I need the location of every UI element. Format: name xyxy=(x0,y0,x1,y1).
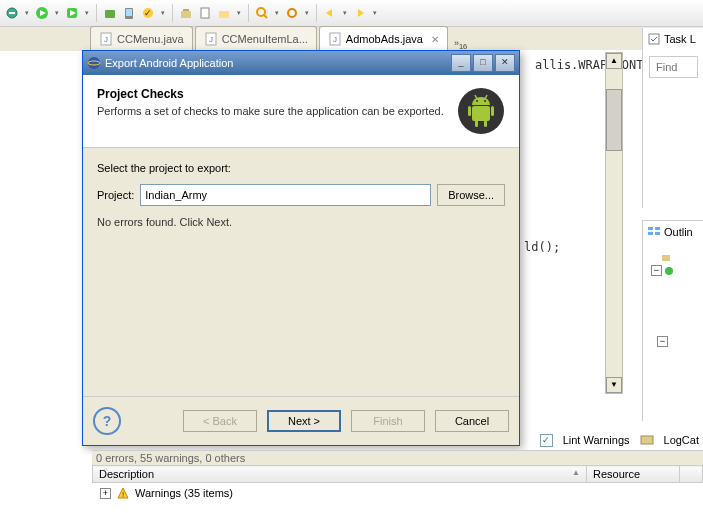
dropdown-icon[interactable]: ▾ xyxy=(341,7,349,19)
svg-point-17 xyxy=(288,9,296,17)
dropdown-icon[interactable]: ▾ xyxy=(371,7,379,19)
dropdown-icon[interactable]: ▾ xyxy=(159,7,167,19)
collapse-icon[interactable]: − xyxy=(657,336,668,347)
problems-panel: ✓ Lint Warnings LogCat 0 errors, 55 warn… xyxy=(92,450,703,513)
status-text: No errors found. Click Next. xyxy=(97,216,505,228)
outline-header: Outlin xyxy=(643,221,703,243)
close-icon[interactable]: ✕ xyxy=(431,34,439,45)
dialog-titlebar[interactable]: Export Android Application _ □ ✕ xyxy=(83,51,519,75)
debug-icon[interactable] xyxy=(4,5,20,21)
svg-point-44 xyxy=(484,100,486,102)
svg-rect-13 xyxy=(201,8,209,18)
tab-admobads[interactable]: J AdmobAds.java ✕ xyxy=(319,26,448,51)
row-label: Warnings (35 items) xyxy=(135,487,233,499)
new-class-icon[interactable] xyxy=(197,5,213,21)
scroll-down-icon[interactable]: ▼ xyxy=(606,377,622,393)
dialog-header: Project Checks Performs a set of checks … xyxy=(83,75,519,148)
search-icon[interactable] xyxy=(254,5,270,21)
tab-label: CCMenu.java xyxy=(117,33,184,45)
col-description[interactable]: Description ▲ xyxy=(93,466,587,483)
svg-point-32 xyxy=(665,267,673,275)
svg-rect-40 xyxy=(484,120,487,127)
outline-tree[interactable]: − − xyxy=(643,243,703,357)
problems-table: Description ▲ Resource xyxy=(92,465,703,483)
annotation-icon[interactable] xyxy=(284,5,300,21)
tab-label: AdmobAds.java xyxy=(346,33,423,45)
tab-ccmenuitem[interactable]: J CCMenuItemLa... xyxy=(195,26,317,51)
new-package-icon[interactable] xyxy=(178,5,194,21)
table-row[interactable]: + ! Warnings (35 items) xyxy=(92,483,703,503)
browse-button[interactable]: Browse... xyxy=(437,184,505,206)
lint-warnings-tab[interactable]: Lint Warnings xyxy=(563,434,630,446)
svg-marker-18 xyxy=(326,9,332,17)
run-icon[interactable] xyxy=(34,5,50,21)
open-type-icon[interactable] xyxy=(216,5,232,21)
next-button[interactable]: Next > xyxy=(267,410,341,432)
svg-rect-39 xyxy=(475,120,478,127)
project-input[interactable] xyxy=(140,184,431,206)
svg-line-16 xyxy=(264,15,267,18)
back-icon[interactable] xyxy=(322,5,338,21)
expand-icon[interactable]: + xyxy=(100,488,111,499)
finish-button: Finish xyxy=(351,410,425,432)
col-resource[interactable]: Resource xyxy=(587,466,680,483)
tab-ccmenu[interactable]: J CCMenu.java xyxy=(90,26,193,51)
dropdown-icon[interactable]: ▾ xyxy=(83,7,91,19)
svg-rect-26 xyxy=(649,34,659,44)
svg-rect-11 xyxy=(181,11,191,18)
dialog-heading: Project Checks xyxy=(97,87,444,101)
java-file-icon: J xyxy=(99,32,113,46)
vertical-scrollbar[interactable]: ▲ ▼ xyxy=(605,52,623,394)
svg-rect-14 xyxy=(219,11,229,18)
cancel-button[interactable]: Cancel xyxy=(435,410,509,432)
collapse-icon[interactable]: − xyxy=(651,265,662,276)
svg-rect-30 xyxy=(655,232,660,235)
dialog-footer: ? < Back Next > Finish Cancel xyxy=(83,396,519,445)
scroll-up-icon[interactable]: ▲ xyxy=(606,53,622,69)
svg-point-15 xyxy=(257,8,265,16)
logcat-icon xyxy=(640,433,654,447)
logcat-tab[interactable]: LogCat xyxy=(664,434,699,446)
tab-label: CCMenuItemLa... xyxy=(222,33,308,45)
class-icon xyxy=(664,266,674,276)
scrollbar-thumb[interactable] xyxy=(606,89,622,151)
find-input[interactable] xyxy=(649,56,698,78)
problems-summary: 0 errors, 55 warnings, 0 others xyxy=(92,451,703,465)
outline-panel: Outlin − − xyxy=(642,220,703,421)
dropdown-icon[interactable]: ▾ xyxy=(235,7,243,19)
close-button[interactable]: ✕ xyxy=(495,54,515,72)
code-fragment: allis.WRAP_CONT xyxy=(535,58,643,72)
dialog-title: Export Android Application xyxy=(105,57,233,69)
select-project-label: Select the project to export: xyxy=(97,162,505,174)
checkbox-icon[interactable]: ✓ xyxy=(540,434,553,447)
svg-rect-37 xyxy=(468,106,471,116)
dialog-subheading: Performs a set of checks to make sure th… xyxy=(97,105,444,117)
maximize-button[interactable]: □ xyxy=(473,54,493,72)
svg-rect-36 xyxy=(472,106,490,121)
run-last-icon[interactable] xyxy=(64,5,80,21)
svg-rect-28 xyxy=(648,232,653,235)
dropdown-icon[interactable]: ▾ xyxy=(273,7,281,19)
svg-text:!: ! xyxy=(122,490,124,499)
task-icon xyxy=(647,32,661,46)
svg-rect-31 xyxy=(662,255,670,261)
help-icon[interactable]: ? xyxy=(93,407,121,435)
svg-rect-6 xyxy=(105,10,115,18)
java-file-icon: J xyxy=(328,32,342,46)
svg-text:✓: ✓ xyxy=(144,8,152,18)
dropdown-icon[interactable]: ▾ xyxy=(23,7,31,19)
dropdown-icon[interactable]: ▾ xyxy=(303,7,311,19)
svg-rect-27 xyxy=(648,227,653,230)
package-icon xyxy=(661,253,671,263)
forward-icon[interactable] xyxy=(352,5,368,21)
android-sdk-icon[interactable] xyxy=(102,5,118,21)
col-extra[interactable] xyxy=(680,466,703,483)
lint-icon[interactable]: ✓ xyxy=(140,5,156,21)
dropdown-icon[interactable]: ▾ xyxy=(53,7,61,19)
svg-text:J: J xyxy=(333,35,337,44)
android-icon xyxy=(457,87,505,135)
java-file-icon: J xyxy=(204,32,218,46)
export-dialog: Export Android Application _ □ ✕ Project… xyxy=(82,50,520,446)
avd-icon[interactable] xyxy=(121,5,137,21)
minimize-button[interactable]: _ xyxy=(451,54,471,72)
